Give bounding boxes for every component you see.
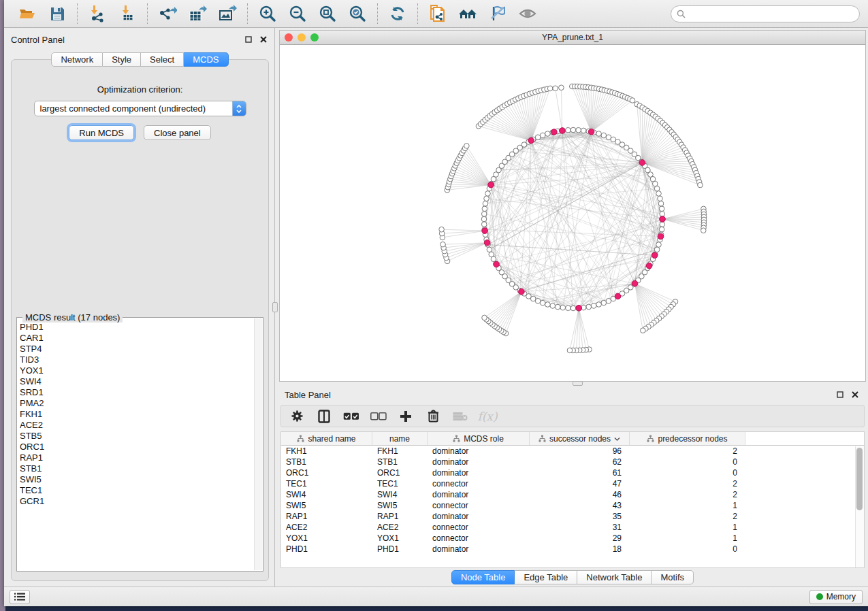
mcds-result-item[interactable]: SWI5 bbox=[20, 474, 253, 485]
table-cell[interactable]: 2 bbox=[630, 446, 745, 456]
network-node[interactable] bbox=[596, 302, 602, 308]
search-field[interactable] bbox=[671, 5, 860, 22]
tab-edge-table[interactable]: Edge Table bbox=[515, 570, 577, 584]
table-settings-button[interactable] bbox=[288, 408, 306, 425]
network-node[interactable] bbox=[560, 305, 566, 310]
export-table-button[interactable] bbox=[182, 2, 212, 25]
table-cell[interactable]: RAP1 bbox=[372, 512, 428, 521]
network-node[interactable] bbox=[481, 212, 487, 217]
save-session-button[interactable] bbox=[42, 2, 72, 25]
mcds-result-item[interactable]: ORC1 bbox=[20, 442, 253, 452]
table-cell[interactable]: 0 bbox=[630, 468, 745, 478]
mcds-dominator-node[interactable] bbox=[615, 293, 621, 299]
table-cell[interactable]: dominator bbox=[428, 468, 530, 478]
zoom-in-button[interactable] bbox=[253, 2, 283, 25]
table-cell[interactable]: 2 bbox=[630, 512, 745, 521]
mcds-dominator-node[interactable] bbox=[588, 129, 594, 135]
table-cell[interactable]: ORC1 bbox=[281, 468, 372, 478]
tab-node-table[interactable]: Node Table bbox=[451, 570, 515, 584]
zoom-fit-button[interactable] bbox=[312, 2, 342, 25]
close-table-panel-button[interactable] bbox=[850, 389, 861, 400]
network-node[interactable] bbox=[484, 196, 489, 201]
network-node[interactable] bbox=[566, 127, 571, 133]
network-node[interactable] bbox=[630, 98, 635, 103]
table-cell[interactable]: 2 bbox=[630, 479, 745, 489]
network-node[interactable] bbox=[559, 85, 564, 90]
network-node[interactable] bbox=[570, 306, 576, 311]
network-window-titlebar[interactable]: YPA_prune.txt_1 bbox=[280, 31, 865, 45]
network-node[interactable] bbox=[591, 303, 596, 309]
mcds-dominator-node[interactable] bbox=[646, 263, 652, 269]
table-cell[interactable]: 0 bbox=[630, 457, 745, 467]
network-node[interactable] bbox=[540, 133, 545, 138]
table-cell[interactable]: connector bbox=[428, 533, 530, 543]
table-cell[interactable]: dominator bbox=[428, 490, 530, 499]
table-row[interactable]: FKH1FKH1dominator962 bbox=[281, 446, 864, 457]
table-row[interactable]: RAP1RAP1dominator352 bbox=[281, 511, 864, 522]
mcds-result-item[interactable]: TID3 bbox=[20, 354, 253, 365]
task-history-button[interactable] bbox=[10, 590, 30, 604]
column-header-predecessor-nodes[interactable]: predecessor nodes bbox=[630, 432, 745, 445]
zoom-out-button[interactable] bbox=[283, 2, 312, 25]
mcds-dominator-node[interactable] bbox=[652, 252, 658, 259]
table-cell[interactable]: SWI4 bbox=[281, 490, 372, 499]
float-table-panel-button[interactable] bbox=[835, 389, 846, 400]
column-header-MCDS-role[interactable]: MCDS role bbox=[428, 432, 530, 445]
table-cell[interactable]: TEC1 bbox=[281, 479, 372, 489]
table-cell[interactable]: YOX1 bbox=[281, 533, 372, 543]
network-node[interactable] bbox=[570, 127, 576, 133]
network-node[interactable] bbox=[576, 127, 581, 133]
network-node[interactable] bbox=[540, 300, 545, 306]
show-columns-button[interactable] bbox=[315, 408, 333, 425]
network-node[interactable] bbox=[698, 182, 703, 188]
table-cell[interactable]: 47 bbox=[530, 479, 630, 489]
mcds-result-list[interactable]: PHD1CAR1STP4TID3YOX1SWI4SRD1PMA2FKH1ACE2… bbox=[20, 322, 253, 569]
table-scrollbar[interactable] bbox=[855, 446, 864, 567]
deselect-all-rows-button[interactable] bbox=[370, 408, 387, 425]
network-node[interactable] bbox=[652, 181, 658, 186]
table-cell[interactable]: 2 bbox=[630, 490, 745, 499]
table-row[interactable]: ACE2ACE2connector311 bbox=[281, 522, 864, 533]
table-cell[interactable]: connector bbox=[428, 523, 530, 532]
zoom-selected-button[interactable] bbox=[342, 2, 372, 25]
network-node[interactable] bbox=[656, 242, 662, 248]
network-node[interactable] bbox=[586, 304, 592, 310]
mcds-result-item[interactable]: CAR1 bbox=[20, 333, 253, 344]
table-cell[interactable]: 35 bbox=[530, 512, 630, 521]
network-node[interactable] bbox=[656, 191, 662, 197]
network-node[interactable] bbox=[555, 304, 560, 310]
table-cell[interactable]: 31 bbox=[530, 523, 630, 532]
mcds-result-item[interactable]: PMA2 bbox=[20, 398, 253, 409]
table-cell[interactable]: SWI5 bbox=[372, 501, 428, 510]
network-file-button[interactable] bbox=[423, 2, 453, 25]
hide-details-button[interactable] bbox=[483, 2, 513, 25]
network-node[interactable] bbox=[535, 135, 541, 140]
tab-style[interactable]: Style bbox=[103, 52, 141, 67]
export-image-button[interactable] bbox=[212, 2, 242, 25]
mcds-result-item[interactable]: TEC1 bbox=[20, 485, 253, 496]
table-cell[interactable]: STB1 bbox=[372, 457, 428, 467]
table-cell[interactable]: 43 bbox=[530, 501, 630, 510]
tab-network[interactable]: Network bbox=[51, 52, 103, 67]
mcds-result-item[interactable]: YOX1 bbox=[20, 365, 253, 376]
table-cell[interactable]: STB1 bbox=[281, 457, 372, 467]
mcds-dominator-node[interactable] bbox=[632, 280, 638, 286]
table-cell[interactable]: 1 bbox=[630, 523, 745, 532]
refresh-button[interactable] bbox=[383, 2, 413, 25]
close-panel-action-button[interactable]: Close panel bbox=[144, 125, 211, 140]
network-node[interactable] bbox=[545, 131, 551, 137]
network-node[interactable] bbox=[701, 228, 706, 233]
delete-column-button[interactable] bbox=[424, 408, 442, 425]
import-network-button[interactable] bbox=[82, 2, 112, 25]
help-home-button[interactable] bbox=[453, 2, 483, 25]
select-all-rows-button[interactable] bbox=[342, 408, 360, 425]
network-node[interactable] bbox=[601, 133, 607, 138]
mcds-dominator-node[interactable] bbox=[494, 261, 500, 267]
mcds-dominator-node[interactable] bbox=[482, 228, 488, 234]
mcds-dominator-node[interactable] bbox=[488, 182, 494, 188]
divider-grip[interactable] bbox=[272, 302, 278, 312]
table-cell[interactable]: SWI4 bbox=[372, 490, 428, 499]
network-node[interactable] bbox=[464, 144, 470, 149]
network-node[interactable] bbox=[440, 242, 446, 247]
network-node[interactable] bbox=[439, 227, 445, 232]
